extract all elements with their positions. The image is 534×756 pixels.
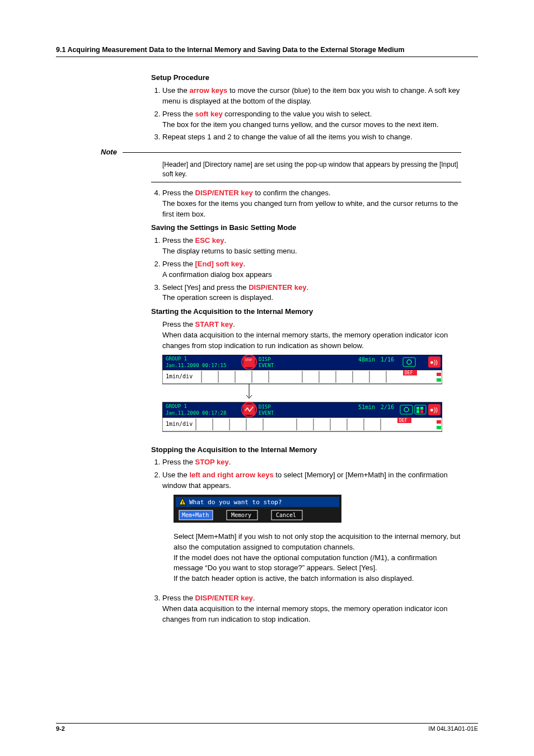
step-extra: The box for the item you changed turns y… xyxy=(162,120,461,130)
stopping-list-cont: Press the DISP/ENTER key. When data acqu… xyxy=(151,593,461,625)
saving-title: Saving the Settings in Basic Setting Mod… xyxy=(151,223,461,233)
soft-key-label: soft key xyxy=(195,110,223,118)
screen1-def: DEF xyxy=(405,370,413,375)
step-extra: A confirmation dialog box appears xyxy=(162,270,461,280)
disp-enter-key-label: DISP/ENTER key xyxy=(249,283,306,292)
end-soft-key-label: [End] soft key xyxy=(195,260,243,268)
note-rule xyxy=(123,152,461,153)
setup-procedure-list: Use the arrow keys to move the cursor (b… xyxy=(151,86,461,143)
screen1-time: 48min xyxy=(358,356,375,363)
screen1-disp: DISP xyxy=(259,356,271,362)
dialog-title: What do you want to stop? xyxy=(189,499,282,506)
page-footer: 9-2 IM 04L31A01-01E xyxy=(56,723,478,734)
svg-text:●)): ●)) xyxy=(430,406,438,413)
list-item: Use the arrow keys to move the cursor (b… xyxy=(162,86,461,107)
main-content: Setup Procedure Use the arrow keys to mo… xyxy=(151,73,461,624)
screen1-date: Jan.11.2000 00:17:15 xyxy=(166,363,226,368)
svg-rect-25 xyxy=(243,405,255,415)
note-label: Note xyxy=(101,147,117,158)
svg-text:Cancel: Cancel xyxy=(276,512,296,518)
screen2-yaxis: 1min/div xyxy=(166,421,193,427)
screen2-def: DEF xyxy=(399,418,407,423)
dialog-svg: ! What do you want to stop? Mem+Math Mem… xyxy=(174,495,341,523)
screen2-date: Jan.11.2000 00:17:28 xyxy=(166,410,226,416)
starting-body: Press the START key. When data acquisiti… xyxy=(151,320,461,351)
setup-continued-list: Press the DISP/ENTER key to confirm the … xyxy=(151,188,461,220)
document-id: IM 04L31A01-01E xyxy=(428,725,478,734)
svg-text:●)): ●)) xyxy=(430,359,438,365)
list-item: Press the ESC key. The display returns t… xyxy=(162,236,461,257)
step-extra: When data acquisition to the internal me… xyxy=(162,604,461,625)
screen1-event: EVENT xyxy=(259,363,274,368)
svg-text:!: ! xyxy=(182,500,184,505)
list-item: Press the [End] soft key. A confirmation… xyxy=(162,259,461,280)
svg-rect-22 xyxy=(437,378,441,382)
list-item: Press the DISP/ENTER key. When data acqu… xyxy=(162,593,461,625)
screen2-time: 51min xyxy=(358,404,375,410)
list-item: Press the DISP/ENTER key to confirm the … xyxy=(162,188,461,220)
svg-text:STOP: STOP xyxy=(245,358,252,361)
stop-key-label: STOP key xyxy=(195,458,229,466)
list-item: Select [Yes] and press the DISP/ENTER ke… xyxy=(162,283,461,304)
svg-rect-33 xyxy=(420,410,423,413)
list-item: Press the soft key corresponding to the … xyxy=(162,109,461,130)
note-block: Note [Header] and [Directory name] are s… xyxy=(151,147,461,182)
arrow-keys-label: left and right arrow keys xyxy=(189,471,273,479)
svg-rect-31 xyxy=(420,407,423,410)
screen2-group: GROUP 1 xyxy=(166,403,187,409)
step-extra: The boxes for the items you changed turn… xyxy=(162,199,461,220)
svg-rect-49 xyxy=(437,420,441,424)
svg-rect-32 xyxy=(416,410,419,413)
svg-text:Mem+Math: Mem+Math xyxy=(182,512,209,518)
page-number: 9-2 xyxy=(56,725,65,734)
svg-rect-27 xyxy=(400,405,413,414)
step-extra: The display returns to basic setting men… xyxy=(162,246,461,257)
screenshots: GROUP 1 Jan.11.2000 00:17:15 STOP DISP E… xyxy=(162,355,461,442)
note-text: [Header] and [Directory name] are set us… xyxy=(151,158,461,182)
svg-rect-30 xyxy=(416,407,419,410)
recorder-screens-svg: GROUP 1 Jan.11.2000 00:17:15 STOP DISP E… xyxy=(162,355,442,442)
esc-key-label: ESC key xyxy=(195,236,224,245)
screen2-event: EVENT xyxy=(259,410,274,416)
svg-rect-50 xyxy=(437,426,441,429)
screen1-page: 1/16 xyxy=(381,356,394,363)
list-item: Repeat steps 1 and 2 to change the value… xyxy=(162,132,461,143)
starting-title: Starting the Acquisition to the Internal… xyxy=(151,307,461,317)
list-item: Use the left and right arrow keys to sel… xyxy=(162,470,461,491)
disp-enter-key-label: DISP/ENTER key xyxy=(195,189,253,197)
svg-text:Memory: Memory xyxy=(231,512,251,518)
memory-button[interactable]: Memory xyxy=(227,510,257,520)
stopping-notes: Select [Mem+Math] if you wish to not onl… xyxy=(151,532,461,584)
screen1-group: GROUP 1 xyxy=(166,356,187,361)
section-header: 9.1 Acquiring Measurement Data to the In… xyxy=(56,45,478,57)
svg-rect-4 xyxy=(403,358,415,367)
screen2-page: 2/16 xyxy=(381,404,394,410)
screen2-disp: DISP xyxy=(259,404,271,410)
arrow-keys-label: arrow keys xyxy=(189,86,227,95)
mem-math-button[interactable]: Mem+Math xyxy=(179,510,213,520)
saving-list: Press the ESC key. The display returns t… xyxy=(151,236,461,303)
svg-rect-21 xyxy=(437,373,441,376)
cancel-button[interactable]: Cancel xyxy=(271,510,302,520)
stopping-list: Press the STOP key. Use the left and rig… xyxy=(151,457,461,491)
disp-enter-key-label: DISP/ENTER key xyxy=(195,594,253,602)
list-item: Press the STOP key. xyxy=(162,457,461,468)
confirmation-dialog: ! What do you want to stop? Mem+Math Mem… xyxy=(174,495,461,526)
step-extra: The operation screen is displayed. xyxy=(162,293,461,303)
setup-procedure-title: Setup Procedure xyxy=(151,73,461,83)
start-key-label: START key xyxy=(195,320,233,328)
stopping-title: Stopping the Acquisition to the Internal… xyxy=(151,445,461,456)
screen1-yaxis: 1min/div xyxy=(166,373,193,379)
